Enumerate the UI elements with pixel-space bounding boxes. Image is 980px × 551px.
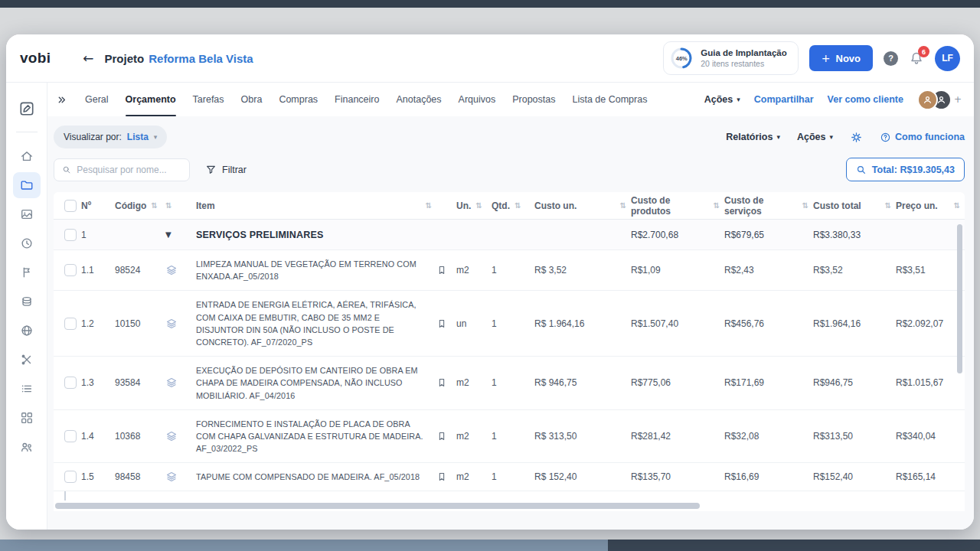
layers-icon xyxy=(165,318,178,330)
bookmark-icon[interactable] xyxy=(436,318,447,329)
project-label: Projeto xyxy=(105,52,145,65)
budget-content: Visualizar por: Lista ▾ Relatórios ▾ Açõ… xyxy=(47,116,974,530)
compartilhar-button[interactable]: Compartilhar xyxy=(754,94,814,105)
bookmark-icon[interactable] xyxy=(436,265,447,276)
sidebar-item-home[interactable] xyxy=(13,143,41,169)
chevron-down-icon: ▾ xyxy=(154,133,158,141)
back-button[interactable]: ← xyxy=(83,51,93,66)
tab-propostas[interactable]: Propostas xyxy=(512,83,555,116)
ver-como-cliente-button[interactable]: Ver como cliente xyxy=(828,94,903,105)
row-checkbox[interactable] xyxy=(64,318,77,330)
select-all-checkbox[interactable] xyxy=(64,200,77,212)
user-avatar[interactable]: LF xyxy=(935,46,960,71)
como-funciona-button[interactable]: Como funciona xyxy=(880,132,965,143)
row-checkbox[interactable] xyxy=(64,377,77,389)
sidebar-item-modules[interactable] xyxy=(13,405,41,431)
project-name-link[interactable]: Reforma Bela Vista xyxy=(149,52,253,65)
sort-icon[interactable]: ⇅ xyxy=(426,201,432,210)
sort-icon[interactable]: ⇅ xyxy=(802,201,808,210)
view-mode-value: Lista xyxy=(127,132,149,142)
filtrar-button[interactable]: Filtrar xyxy=(205,164,247,175)
flag-icon xyxy=(20,266,34,279)
tab-arquivos[interactable]: Arquivos xyxy=(459,83,496,116)
progress-ring: 46% xyxy=(670,47,693,70)
table-row[interactable]: 1.1 98524 LIMPEZA MANUAL DE VEGETAÇÃO EM… xyxy=(54,250,965,291)
acoes-dropdown[interactable]: Ações ▾ xyxy=(704,94,740,105)
implementation-guide-chip[interactable]: 46% Guia de Implantação 20 itens restant… xyxy=(663,41,798,75)
add-member-button[interactable]: + xyxy=(954,94,962,105)
sort-icon[interactable]: ⇅ xyxy=(714,201,720,210)
top-chrome-bar xyxy=(0,0,980,8)
project-tabbar: Geral Orçamento Tarefas Obra Compras Fin… xyxy=(47,83,974,116)
icon-sidebar xyxy=(6,83,47,530)
tab-financeiro[interactable]: Financeiro xyxy=(335,83,379,116)
question-icon: ? xyxy=(884,51,898,66)
sidebar-item-project[interactable] xyxy=(13,93,41,124)
tab-lista-de-compras[interactable]: Lista de Compras xyxy=(572,83,647,116)
tab-compras[interactable]: Compras xyxy=(279,83,318,116)
guide-subtitle: 20 itens restantes xyxy=(701,59,786,69)
group-row-servicos-preliminares[interactable]: 1 ▼ SERVIÇOS PRELIMINARES R$2.700,68 R$6… xyxy=(54,220,965,250)
layers-icon xyxy=(165,377,178,389)
row-checkbox[interactable] xyxy=(64,430,77,442)
view-mode-chip[interactable]: Visualizar por: Lista ▾ xyxy=(54,126,167,148)
sidebar-item-gallery[interactable] xyxy=(13,201,41,227)
relatorios-dropdown[interactable]: Relatórios ▾ xyxy=(726,132,780,142)
sort-icon[interactable]: ⇅ xyxy=(475,201,482,210)
sidebar-item-portal[interactable] xyxy=(13,318,41,344)
tab-geral[interactable]: Geral xyxy=(85,83,109,116)
search-field xyxy=(54,158,190,181)
acoes-toolbar-dropdown[interactable]: Ações ▾ xyxy=(797,132,833,142)
table-row[interactable]: 1.3 93584 EXECUÇÃO DE DEPÓSITO EM CANTEI… xyxy=(54,357,965,410)
sidebar-expand-button[interactable] xyxy=(55,83,68,116)
notifications-button[interactable]: 6 xyxy=(909,51,924,66)
bookmark-icon[interactable] xyxy=(436,431,447,442)
layers-icon xyxy=(165,264,178,276)
horizontal-scrollbar xyxy=(54,500,965,511)
sort-icon[interactable]: ⇅ xyxy=(954,201,960,210)
tab-orcamento[interactable]: Orçamento xyxy=(126,83,176,116)
search-input[interactable] xyxy=(77,165,181,175)
table-row[interactable]: 1.4 10368 FORNECIMENTO E INSTALAÇÃO DE P… xyxy=(54,410,965,464)
sort-icon[interactable]: ⇅ xyxy=(151,201,157,210)
sort-icon[interactable]: ⇅ xyxy=(514,201,521,210)
row-checkbox[interactable] xyxy=(64,229,77,241)
sidebar-item-list[interactable] xyxy=(13,376,41,402)
horizontal-scrollbar-thumb[interactable] xyxy=(55,503,700,509)
row-checkbox[interactable] xyxy=(64,264,77,276)
page-title: Projeto Reforma Bela Vista xyxy=(105,52,253,65)
sidebar-item-finance[interactable] xyxy=(13,289,41,315)
settings-button[interactable] xyxy=(850,131,863,144)
app-header: vobi ← Projeto Reforma Bela Vista 46% Gu… xyxy=(6,34,974,82)
tab-tarefas[interactable]: Tarefas xyxy=(193,83,224,116)
bookmark-icon[interactable] xyxy=(436,377,447,388)
sidebar-item-team[interactable] xyxy=(13,434,41,460)
bookmark-icon[interactable] xyxy=(436,471,447,482)
collapse-caret-icon[interactable]: ▼ xyxy=(165,230,172,239)
sidebar-item-files[interactable] xyxy=(13,172,41,198)
sidebar-item-time[interactable] xyxy=(13,230,41,256)
visualizar-por-label: Visualizar por: xyxy=(64,132,122,142)
double-chevron-right-icon xyxy=(57,95,67,105)
sort-icon[interactable]: ⇅ xyxy=(885,201,891,210)
sidebar-item-milestones[interactable] xyxy=(13,259,41,285)
total-button[interactable]: Total: R$19.305,43 xyxy=(846,158,965,181)
tab-obra[interactable]: Obra xyxy=(241,83,263,116)
vertical-scrollbar-thumb[interactable] xyxy=(957,224,962,373)
member-avatar-1[interactable] xyxy=(917,90,938,110)
tab-anotacoes[interactable]: Anotações xyxy=(396,83,441,116)
vobi-logo[interactable]: vobi xyxy=(20,50,51,67)
help-button[interactable]: ? xyxy=(884,51,898,66)
sort-icon[interactable]: ⇅ xyxy=(165,201,172,210)
sidebar-item-tools[interactable] xyxy=(13,347,41,373)
gallery-icon xyxy=(20,207,34,221)
table-row[interactable]: 1.2 10150 ENTRADA DE ENERGIA ELÉTRICA, A… xyxy=(54,291,965,357)
sort-icon[interactable]: ⇅ xyxy=(620,201,626,210)
row-checkbox[interactable] xyxy=(64,491,66,500)
budget-table: Nº Código⇅ ⇅ Item⇅ Un.⇅ Qtd.⇅ Custo un.⇅… xyxy=(54,192,965,511)
row-checkbox[interactable] xyxy=(64,471,77,483)
funnel-icon xyxy=(205,164,217,175)
novo-button[interactable]: + Novo xyxy=(809,45,873,71)
table-row[interactable]: 1.5 98458 TAPUME COM COMPENSADO DE MADEI… xyxy=(54,463,965,491)
search-icon xyxy=(62,165,71,175)
